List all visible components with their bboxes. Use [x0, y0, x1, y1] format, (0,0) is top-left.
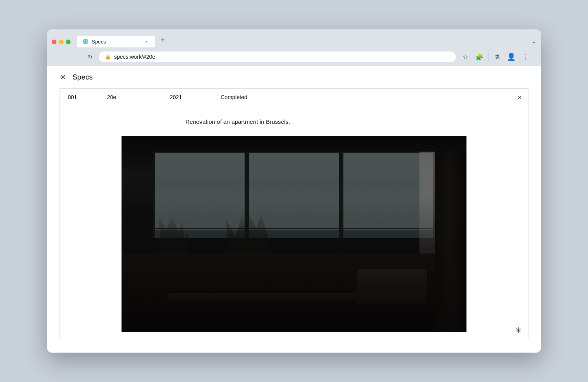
project-header: 001 20e 2021 Completed × — [60, 89, 528, 106]
browser-chrome: 🌐 Specs × + ⌄ ← → ↻ 🔒 specs.work/#20e ☆ … — [47, 29, 541, 66]
traffic-lights — [52, 40, 71, 47]
site-logo-text: Specs — [73, 73, 93, 81]
active-tab[interactable]: 🌐 Specs × — [77, 36, 155, 47]
address-bar[interactable]: 🔒 specs.work/#20e — [99, 51, 456, 62]
window-minimize-button[interactable] — [59, 40, 64, 44]
tab-favicon-icon: 🌐 — [82, 38, 89, 45]
browser-window: 🌐 Specs × + ⌄ ← → ↻ 🔒 specs.work/#20e ☆ … — [47, 29, 541, 353]
tab-bar: 🌐 Specs × + ⌄ — [52, 33, 536, 47]
site-logo-icon: ✳ — [60, 72, 66, 82]
back-button[interactable]: ← — [56, 51, 67, 62]
profile-button[interactable]: 👤 — [505, 51, 517, 63]
project-name: 20e — [107, 94, 170, 100]
apartment-interior-image — [122, 136, 466, 332]
project-year: 2021 — [170, 94, 221, 100]
tab-title: Specs — [92, 39, 140, 45]
project-status: Completed — [221, 94, 247, 100]
site-nav: ✳ Specs — [47, 66, 541, 88]
new-tab-button[interactable]: + — [157, 33, 169, 47]
project-number: 001 — [68, 94, 107, 100]
project-description: Renovation of an apartment in Brussels. — [68, 118, 520, 125]
forward-button[interactable]: → — [71, 51, 82, 62]
project-image — [122, 136, 466, 332]
toolbar-divider — [488, 53, 488, 61]
window-close-button[interactable] — [52, 40, 56, 44]
site-content: ✳ Specs 001 20e 2021 Completed × Renovat… — [47, 66, 541, 340]
labs-button[interactable]: ⚗ — [491, 51, 503, 63]
menu-button[interactable]: ⋮ — [519, 51, 532, 63]
window-maximize-button[interactable] — [66, 40, 71, 44]
project-image-container — [68, 136, 520, 332]
refresh-button[interactable]: ↻ — [85, 51, 96, 62]
dark-overlay — [122, 136, 466, 332]
address-bar-row: ← → ↻ 🔒 specs.work/#20e ☆ 🧩 ⚗ 👤 ⋮ — [52, 47, 536, 66]
corner-icon: ✳ — [515, 326, 522, 335]
project-panel: 001 20e 2021 Completed × Renovation of a… — [60, 88, 528, 340]
secure-icon: 🔒 — [105, 54, 111, 60]
toolbar-icons: ☆ 🧩 ⚗ 👤 ⋮ — [459, 51, 532, 63]
project-body: Renovation of an apartment in Brussels. — [60, 106, 528, 340]
tab-chevron-icon[interactable]: ⌄ — [532, 38, 536, 44]
tab-close-button[interactable]: × — [143, 38, 150, 45]
bookmark-button[interactable]: ☆ — [459, 51, 472, 63]
project-close-button[interactable]: × — [517, 94, 522, 101]
extensions-button[interactable]: 🧩 — [473, 51, 486, 63]
tab-strip-right: ⌄ — [532, 38, 536, 47]
address-url: specs.work/#20e — [114, 54, 155, 60]
